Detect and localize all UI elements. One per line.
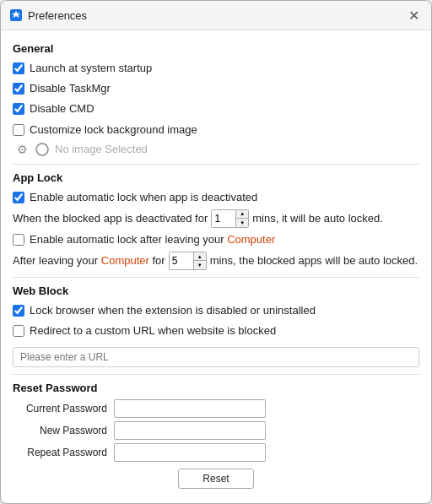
lock-browser-row: Lock browser when the extension is disab… — [13, 302, 419, 319]
redirect-url-row: Redirect to a custom URL when website is… — [13, 322, 419, 339]
title-bar-left: Preferences — [9, 8, 87, 22]
deactivated-spin-down[interactable]: ▼ — [236, 219, 248, 227]
redirect-url-label[interactable]: Redirect to a custom URL when website is… — [30, 323, 276, 339]
deactivated-suffix: mins, it will be auto locked. — [252, 210, 383, 228]
app-lock-header: App Lock — [13, 171, 419, 184]
deactivated-time-row: When the blocked app is deactivated for … — [13, 209, 419, 228]
new-password-label: New Password — [13, 425, 114, 436]
close-button[interactable]: ✕ — [404, 6, 423, 24]
deactivated-value-input[interactable] — [212, 210, 235, 227]
launch-startup-row: Launch at system startup — [13, 60, 419, 77]
disable-cmd-label[interactable]: Disable CMD — [30, 101, 94, 117]
new-password-input[interactable] — [114, 421, 266, 440]
deactivated-prefix: When the blocked app is deactivated for — [13, 210, 208, 228]
general-header: General — [13, 42, 419, 55]
disable-cmd-checkbox[interactable] — [13, 103, 24, 115]
customize-bg-checkbox[interactable] — [13, 124, 24, 136]
reset-btn-row: Reset — [13, 469, 419, 489]
app-icon — [9, 8, 23, 22]
auto-lock-computer-label[interactable]: Enable automatic lock after leaving your… — [30, 232, 275, 247]
leaving-spinner[interactable]: ▲ ▼ — [169, 252, 207, 270]
reset-password-header: Reset Password — [13, 382, 419, 394]
current-password-label: Current Password — [13, 403, 114, 415]
no-image-text: No image Selected — [55, 143, 148, 155]
preferences-window: Preferences ✕ General Launch at system s… — [0, 0, 432, 504]
divider-2 — [13, 277, 419, 278]
web-block-header: Web Block — [13, 285, 419, 297]
app-lock-section: App Lock Enable automatic lock when app … — [13, 171, 419, 270]
leaving-suffix: mins, the blocked apps will be auto lock… — [210, 252, 418, 270]
auto-lock-computer-checkbox[interactable] — [13, 234, 24, 246]
title-bar: Preferences ✕ — [1, 1, 431, 30]
redirect-url-checkbox[interactable] — [13, 325, 24, 337]
leaving-value-input[interactable] — [170, 252, 193, 269]
auto-lock-deactivated-checkbox[interactable] — [13, 192, 24, 203]
deactivated-spinner[interactable]: ▲ ▼ — [211, 209, 249, 228]
leaving-spin-down[interactable]: ▼ — [194, 261, 206, 269]
web-block-section: Web Block Lock browser when the extensio… — [13, 285, 419, 366]
current-password-input[interactable] — [114, 399, 266, 418]
lock-browser-label[interactable]: Lock browser when the extension is disab… — [30, 303, 316, 318]
divider-1 — [13, 164, 419, 165]
reset-password-section: Reset Password Current Password New Pass… — [13, 382, 419, 489]
url-input[interactable] — [13, 347, 419, 367]
current-password-row: Current Password — [13, 399, 419, 418]
image-picker-icon — [35, 142, 50, 157]
lock-browser-checkbox[interactable] — [13, 305, 24, 317]
new-password-row: New Password — [13, 421, 419, 440]
leaving-time-row: After leaving your Computer for ▲ ▼ mins… — [13, 252, 419, 270]
leaving-spin-up[interactable]: ▲ — [194, 252, 206, 261]
disable-cmd-row: Disable CMD — [13, 100, 419, 117]
deactivated-spin-up[interactable]: ▲ — [236, 210, 248, 219]
window-title: Preferences — [28, 9, 87, 22]
disable-taskmgr-row: Disable TaskMgr — [13, 80, 419, 97]
disable-taskmgr-label[interactable]: Disable TaskMgr — [30, 81, 111, 96]
auto-lock-deactivated-label[interactable]: Enable automatic lock when app is deacti… — [30, 190, 257, 205]
repeat-password-label: Repeat Password — [13, 447, 114, 458]
leaving-spinner-arrows: ▲ ▼ — [193, 252, 206, 269]
leaving-prefix: After leaving your Computer for — [13, 252, 165, 270]
disable-taskmgr-checkbox[interactable] — [13, 83, 24, 95]
divider-3 — [13, 374, 419, 375]
repeat-password-row: Repeat Password — [13, 443, 419, 462]
reset-button[interactable]: Reset — [178, 469, 253, 489]
preferences-content: General Launch at system startup Disable… — [1, 30, 431, 503]
repeat-password-input[interactable] — [114, 443, 266, 462]
svg-point-1 — [36, 144, 48, 155]
customize-bg-row: Customize lock background image — [13, 122, 419, 138]
launch-startup-checkbox[interactable] — [13, 62, 24, 74]
auto-lock-deactivated-row: Enable automatic lock when app is deacti… — [13, 189, 419, 206]
launch-startup-label[interactable]: Launch at system startup — [30, 61, 152, 76]
gear-icon: ⚙ — [14, 142, 30, 157]
image-row: ⚙ No image Selected — [13, 142, 419, 157]
auto-lock-computer-row: Enable automatic lock after leaving your… — [13, 231, 419, 248]
customize-bg-label[interactable]: Customize lock background image — [30, 122, 197, 138]
general-section: General Launch at system startup Disable… — [13, 42, 419, 157]
deactivated-spinner-arrows: ▲ ▼ — [235, 210, 248, 227]
